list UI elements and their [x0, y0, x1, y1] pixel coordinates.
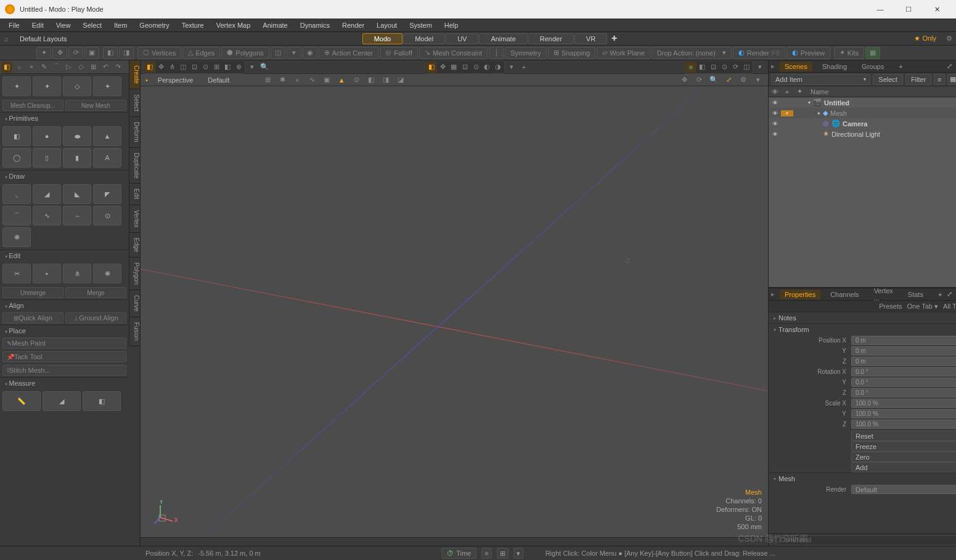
unmerge-button[interactable]: Unmerge — [2, 287, 63, 298]
home-icon[interactable]: ⌂ — [0, 35, 12, 43]
menu-layout[interactable]: Layout — [370, 18, 403, 32]
mesh-paint-button[interactable]: ✎ Mesh Paint — [2, 338, 126, 349]
vp-c-icon[interactable]: ⊡ — [189, 62, 200, 73]
vp2-f-icon[interactable]: ◐ — [481, 62, 492, 73]
vpnav-rotate-icon[interactable]: ⟳ — [694, 76, 704, 84]
vpopt-b-icon[interactable]: ✱ — [277, 76, 287, 84]
rtab-expand-icon[interactable]: ⤢ — [947, 62, 952, 70]
green-icon[interactable]: ▦ — [865, 47, 880, 59]
vtab-curve[interactable]: Curve — [129, 290, 140, 317]
vp-b-icon[interactable]: ◫ — [178, 62, 189, 73]
quick-align-button[interactable]: ⊞ Quick Align — [2, 312, 63, 323]
vpnav-move-icon[interactable]: ✥ — [679, 76, 689, 84]
prim-cone[interactable]: ▲ — [93, 126, 121, 146]
render-button[interactable]: ◐Render F9 — [733, 47, 785, 59]
scale-x-input[interactable]: 100.0 % — [851, 399, 956, 408]
ptab-channels[interactable]: Channels — [825, 290, 864, 299]
render-dropdown[interactable]: Default▾ — [851, 485, 956, 494]
tool-b-icon[interactable]: ⌖ — [26, 62, 37, 73]
vpopt-h-icon[interactable]: ◧ — [366, 76, 376, 84]
move-tool[interactable]: ✦ — [2, 76, 31, 96]
vp2-c-icon[interactable]: ▦ — [448, 62, 459, 73]
edit-cut[interactable]: ✂ — [2, 264, 31, 283]
vpnav-gear-icon[interactable]: ⚙ — [738, 76, 748, 84]
rtab-add[interactable]: + — [894, 62, 907, 71]
name-col-header[interactable]: Name — [806, 88, 956, 95]
stitch-mesh-button[interactable]: ⦀ Stitch Mesh... — [2, 365, 126, 376]
snapping-button[interactable]: ⊞Snapping — [548, 47, 596, 59]
vtab-edit[interactable]: Edit — [129, 184, 140, 205]
scale-y-input[interactable]: 100.0 % — [851, 409, 956, 418]
vp3-e-icon[interactable]: ⟳ — [730, 62, 741, 73]
only-button[interactable]: Only — [908, 34, 942, 43]
vpopt-j-icon[interactable]: ◪ — [396, 76, 406, 84]
presets-label[interactable]: Presets — [879, 302, 902, 310]
measure-angle[interactable]: ◢ — [43, 391, 81, 411]
vtab-polygon[interactable]: Polygon — [129, 258, 140, 290]
draw-header[interactable]: Draw — [0, 170, 129, 182]
prim-text[interactable]: A — [93, 148, 121, 168]
vp2-dd-icon[interactable]: ▾ — [506, 62, 517, 73]
vtab-select[interactable]: Select — [129, 89, 140, 117]
vp-dd-icon[interactable]: ▾ — [247, 62, 258, 73]
draw-a[interactable]: ◟ — [2, 184, 31, 204]
edit-b[interactable]: ▪ — [33, 264, 61, 283]
tree-row-camera[interactable]: 👁 ◎ 🌐 Camera — [769, 118, 956, 129]
measure-volume[interactable]: ◧ — [83, 391, 121, 411]
vp2-e-icon[interactable]: ⊙ — [470, 62, 481, 73]
measure-header[interactable]: Measure — [0, 377, 129, 389]
vp3-f-icon[interactable]: ◫ — [741, 62, 752, 73]
ground-align-button[interactable]: ⊥ Ground Align — [65, 312, 126, 323]
drop-action-dropdown[interactable]: Drop Action: (none)▾ — [652, 47, 732, 59]
menu-help[interactable]: Help — [438, 18, 465, 32]
vp3-c-icon[interactable]: ⊡ — [708, 62, 719, 73]
alltabs-dropdown[interactable]: All Tabs ▾ — [943, 302, 956, 310]
tree-row-light[interactable]: 👁 ☀ Directional Light — [769, 129, 956, 139]
vp2-b-icon[interactable]: ✥ — [437, 62, 448, 73]
menu-animate[interactable]: Animate — [256, 18, 293, 32]
ptab-expand-icon[interactable]: ⤢ — [947, 290, 952, 298]
draw-i[interactable]: ❋ — [2, 227, 31, 247]
tool-g-icon[interactable]: ⊞ — [88, 62, 99, 73]
menu-edit[interactable]: Edit — [26, 18, 50, 32]
vp3-d-icon[interactable]: ⊙ — [719, 62, 730, 73]
vpnav-expand-icon[interactable]: ⤢ — [724, 76, 733, 84]
measure-ruler[interactable]: 📏 — [2, 391, 41, 411]
mat-dd-icon[interactable]: ▾ — [287, 47, 301, 59]
transform-tool[interactable]: ✦ — [93, 76, 121, 96]
plus-col-icon[interactable]: + — [781, 88, 793, 95]
tab-render[interactable]: Render — [528, 33, 574, 44]
vertices-button[interactable]: ⬡Vertices — [137, 47, 181, 59]
merge-button[interactable]: Merge — [65, 287, 126, 298]
rtab-shading[interactable]: Shading — [817, 62, 852, 71]
menu-view[interactable]: View — [50, 18, 77, 32]
tool-c-icon[interactable]: ✎ — [38, 62, 49, 73]
tree-row-untitled[interactable]: 👁 ▾ 🎬 Untitled — [769, 97, 956, 108]
falloff-button[interactable]: ◎Falloff — [380, 47, 418, 59]
ptab-stats[interactable]: Stats — [903, 290, 928, 299]
action-center-button[interactable]: ⊕Action Center — [319, 47, 379, 59]
tool-cube-icon[interactable]: ◧ — [1, 62, 12, 73]
tab-uv[interactable]: UV — [446, 33, 478, 44]
workplane-button[interactable]: ▱Work Plane — [597, 47, 650, 59]
mesh-constraint-button[interactable]: ↘Mesh Constraint — [419, 47, 488, 59]
ptab-properties[interactable]: Properties — [780, 290, 820, 299]
draw-b[interactable]: ◢ — [33, 184, 61, 204]
close-button[interactable]: ✕ — [923, 0, 951, 18]
command-input[interactable]: Command — [776, 535, 956, 545]
vpopt-g-icon[interactable]: ⊙ — [351, 76, 361, 84]
tool-h-icon[interactable]: ↶ — [100, 62, 111, 73]
rtab-groups[interactable]: Groups — [857, 62, 889, 71]
vp-cube-icon[interactable]: ◧ — [144, 62, 155, 73]
onetab-dropdown[interactable]: One Tab ▾ — [907, 302, 938, 310]
prim-cube[interactable]: ◧ — [2, 126, 31, 146]
prim-sphere[interactable]: ● — [33, 126, 61, 146]
menu-texture[interactable]: Texture — [176, 18, 210, 32]
symmetry-button[interactable]: Symmetry — [505, 47, 547, 59]
vp-g-icon[interactable]: ⊕ — [233, 62, 244, 73]
sb-c-icon[interactable]: ▾ — [513, 548, 523, 559]
primitives-header[interactable]: Primitives — [0, 112, 129, 124]
shading-dropdown[interactable]: Default — [203, 76, 234, 84]
vpopt-e-icon[interactable]: ▣ — [322, 76, 332, 84]
tool-i-icon[interactable]: ↷ — [112, 62, 123, 73]
